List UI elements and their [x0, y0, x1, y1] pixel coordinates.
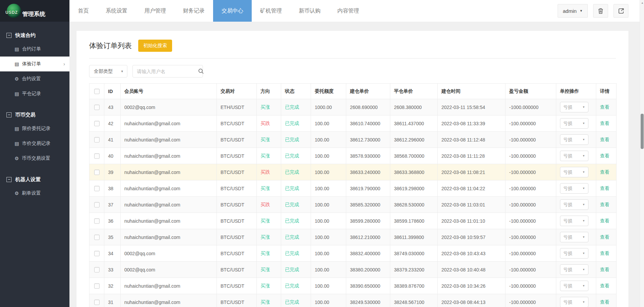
cell-amount: 100.00 [311, 180, 346, 197]
view-detail-link[interactable]: 查看 [600, 185, 609, 191]
sidebar-section-header[interactable]: −快速合约 [0, 29, 69, 42]
scrollbar-thumb[interactable] [641, 114, 644, 149]
cell-account: nuhaichuntian@gmail.com [121, 294, 217, 307]
cell-open-price: 38832.400000 [346, 245, 390, 262]
cell-detail: 查看 [596, 213, 617, 229]
sidebar-item-体验订单[interactable]: ▤体验订单› [0, 57, 69, 71]
init-search-button[interactable]: 初始化搜索 [138, 40, 172, 52]
sidebar-section-title: 快速合约 [15, 32, 36, 39]
loss-control-select[interactable]: 亏损▼ [560, 297, 588, 307]
cell-account: nuhaichuntian@gmail.com [121, 115, 217, 132]
loss-control-select[interactable]: 亏损▼ [560, 134, 588, 145]
view-detail-link[interactable]: 查看 [600, 153, 609, 158]
sidebar-item-平仓记录[interactable]: ▤平仓记录 [0, 86, 69, 101]
view-detail-link[interactable]: 查看 [600, 202, 609, 207]
cell-control: 亏损▼ [556, 132, 596, 148]
view-detail-link[interactable]: 查看 [600, 137, 609, 142]
admin-dropdown[interactable]: admin ▼ [558, 4, 588, 18]
sidebar-item-市价交易记录[interactable]: ▤市价交易记录 [0, 136, 69, 151]
nav-item-新币认购[interactable]: 新币认购 [290, 0, 329, 22]
cell-close-price: 38628.530000 [390, 197, 438, 213]
loss-control-select[interactable]: 亏损▼ [560, 199, 588, 210]
logout-button[interactable] [614, 4, 628, 18]
row-checkbox[interactable] [94, 137, 100, 142]
row-checkbox[interactable] [94, 235, 100, 240]
row-checkbox[interactable] [94, 267, 100, 272]
row-checkbox[interactable] [94, 283, 100, 289]
view-detail-link[interactable]: 查看 [600, 120, 609, 126]
type-filter-select[interactable]: 全部类型 ▼ [89, 65, 127, 78]
cell-status: 已完成 [281, 99, 311, 115]
cell-id: 41 [104, 132, 121, 148]
cell-amount: 100.00 [311, 213, 346, 229]
nav-item-首页[interactable]: 首页 [69, 0, 97, 22]
loss-control-select[interactable]: 亏损▼ [560, 167, 588, 177]
cell-id: 33 [104, 262, 121, 278]
row-checkbox[interactable] [94, 105, 100, 110]
sidebar-item-币币交易设置[interactable]: ⚙币币交易设置 [0, 151, 69, 166]
row-checkbox[interactable] [94, 202, 100, 207]
loss-control-select[interactable]: 亏损▼ [560, 118, 588, 129]
chevron-down-icon: ▼ [121, 70, 124, 73]
orders-table: ID会员账号交易对方向状态委托额度建仓单价平仓单价建仓时间盈亏金额单控操作详情 … [89, 83, 617, 307]
nav-item-交易中心[interactable]: 交易中心 [213, 0, 252, 22]
loss-control-select[interactable]: 亏损▼ [560, 151, 588, 161]
status-badge: 已完成 [285, 169, 299, 175]
sidebar-item-合约订单[interactable]: ▤合约订单 [0, 42, 69, 57]
select-all-checkbox[interactable] [94, 89, 100, 94]
clear-cache-button[interactable] [593, 4, 608, 18]
scrollbar-up-arrow-icon[interactable]: ▲ [641, 1, 644, 4]
row-checkbox[interactable] [94, 153, 100, 159]
sidebar-item-label: 限价委托记录 [22, 126, 50, 132]
cell-close-price: 38248.567100 [390, 294, 438, 307]
view-detail-link[interactable]: 查看 [600, 169, 609, 175]
sidebar-section-header[interactable]: −币币交易 [0, 109, 69, 121]
nav-item-矿机管理[interactable]: 矿机管理 [252, 0, 290, 22]
nav-item-财务记录[interactable]: 财务记录 [174, 0, 213, 22]
loss-control-select[interactable]: 亏损▼ [560, 281, 588, 291]
row-checkbox[interactable] [94, 186, 100, 191]
cell-close-price: 38379.233200 [390, 262, 438, 278]
cell-control: 亏损▼ [556, 294, 596, 307]
loss-control-select[interactable]: 亏损▼ [560, 264, 588, 275]
sidebar-item-合约设置[interactable]: ⚙合约设置 [0, 71, 69, 86]
view-detail-link[interactable]: 查看 [600, 267, 609, 272]
view-detail-link[interactable]: 查看 [600, 250, 609, 256]
sidebar-item-刷单设置[interactable]: ⚙刷单设置 [0, 186, 69, 201]
row-checkbox[interactable] [94, 121, 100, 126]
cell-status: 已完成 [281, 164, 311, 180]
username-search-input[interactable] [137, 69, 198, 74]
view-detail-link[interactable]: 查看 [600, 234, 609, 240]
row-checkbox[interactable] [94, 300, 100, 305]
row-checkbox[interactable] [94, 251, 100, 256]
page-scrollbar[interactable]: ▲ [640, 0, 644, 307]
navbar-actions: admin ▼ [558, 4, 628, 18]
row-checkbox[interactable] [94, 170, 100, 175]
cell-close-price: 38619.298000 [390, 180, 438, 197]
row-checkbox[interactable] [94, 218, 100, 224]
table-row: 39nuhaichuntian@gmail.comBTC/USDT买跌已完成10… [89, 164, 617, 180]
cell-detail: 查看 [596, 164, 617, 180]
nav-item-用户管理[interactable]: 用户管理 [136, 0, 174, 22]
view-detail-link[interactable]: 查看 [600, 283, 609, 288]
nav-item-内容管理[interactable]: 内容管理 [329, 0, 368, 22]
table-row: 42nuhaichuntian@gmail.comBTC/USDT买跌已完成10… [89, 115, 617, 132]
cell-status: 已完成 [281, 148, 311, 164]
view-detail-link[interactable]: 查看 [600, 104, 609, 110]
loss-control-select[interactable]: 亏损▼ [560, 248, 588, 259]
cell-amount: 1000.00 [311, 99, 346, 115]
sidebar-section-header[interactable]: −机器人设置 [0, 173, 69, 186]
column-header-建仓时间: 建仓时间 [438, 84, 505, 99]
loss-control-select[interactable]: 亏损▼ [560, 232, 588, 242]
row-checkbox-cell [89, 99, 104, 115]
cell-status: 已完成 [281, 132, 311, 148]
view-detail-link[interactable]: 查看 [600, 299, 609, 305]
sidebar-item-限价委托记录[interactable]: ▤限价委托记录 [0, 121, 69, 136]
loss-control-select[interactable]: 亏损▼ [560, 216, 588, 226]
cell-open-price: 2608.690000 [346, 99, 390, 115]
cell-pair: BTC/USDT [217, 262, 257, 278]
loss-control-select[interactable]: 亏损▼ [560, 183, 588, 194]
view-detail-link[interactable]: 查看 [600, 218, 609, 223]
loss-control-select[interactable]: 亏损▼ [560, 102, 588, 112]
nav-item-系统设置[interactable]: 系统设置 [97, 0, 136, 22]
